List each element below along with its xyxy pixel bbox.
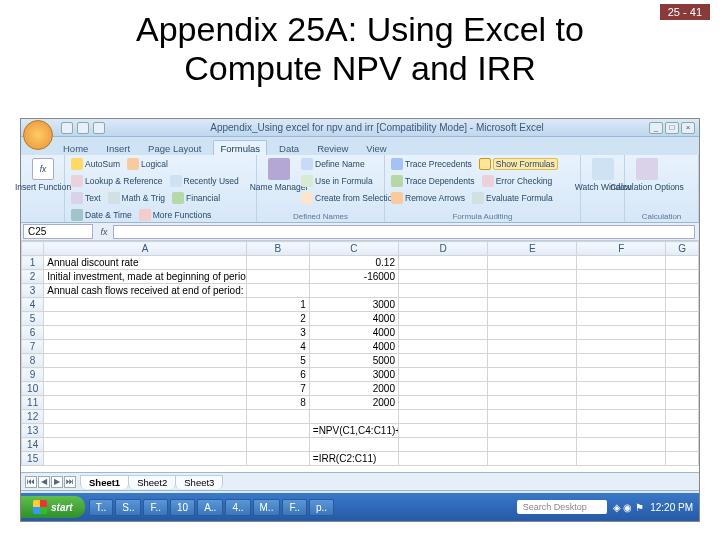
sheet-nav-first[interactable]: ⏮ [25,476,37,488]
cell[interactable] [488,284,577,298]
cell[interactable]: 5 [246,354,309,368]
cell[interactable] [577,382,666,396]
row-header[interactable]: 11 [22,396,44,410]
row-header[interactable]: 7 [22,340,44,354]
cell[interactable] [488,340,577,354]
table-row[interactable]: 855000 [22,354,699,368]
cell[interactable] [577,354,666,368]
tab-insert[interactable]: Insert [100,141,136,155]
show-formulas-button[interactable]: Show Formulas [477,157,560,171]
col-header-b[interactable]: B [246,242,309,256]
fx-icon[interactable]: fx [95,227,113,237]
text-button[interactable]: Text [69,191,103,205]
col-header-c[interactable]: C [309,242,398,256]
cell[interactable]: Annual discount rate [44,256,247,270]
logical-button[interactable]: Logical [125,157,170,171]
lookup-ref-button[interactable]: Lookup & Reference [69,174,165,188]
cell[interactable]: 2000 [309,382,398,396]
office-button[interactable] [23,120,53,150]
table-row[interactable]: 3Annual cash flows received at end of pe… [22,284,699,298]
cell[interactable] [577,340,666,354]
cell[interactable] [577,410,666,424]
cell[interactable] [666,452,699,466]
sheet-nav-prev[interactable]: ◀ [38,476,50,488]
cell[interactable] [577,256,666,270]
row-header[interactable]: 1 [22,256,44,270]
table-row[interactable]: 1072000 [22,382,699,396]
sheet-tab-1[interactable]: Sheet1 [80,475,129,489]
cell[interactable] [488,298,577,312]
insert-function-button[interactable]: fxInsert Function [25,157,61,193]
cell[interactable] [398,396,487,410]
cell[interactable] [666,326,699,340]
cell[interactable] [246,270,309,284]
cell[interactable] [488,368,577,382]
cell[interactable] [398,354,487,368]
cell[interactable]: 4000 [309,312,398,326]
cell[interactable] [577,284,666,298]
cell[interactable] [666,368,699,382]
sheet-tab-2[interactable]: Sheet2 [128,475,176,489]
trace-precedents-button[interactable]: Trace Precedents [389,157,474,171]
math-trig-button[interactable]: Math & Trig [106,191,167,205]
cell[interactable] [309,438,398,452]
cell[interactable]: Annual cash flows received at end of per… [44,284,247,298]
cell[interactable] [488,270,577,284]
table-row[interactable]: 963000 [22,368,699,382]
tab-review[interactable]: Review [311,141,354,155]
cell[interactable] [488,256,577,270]
table-row[interactable]: 634000 [22,326,699,340]
cell[interactable]: 6 [246,368,309,382]
cell[interactable] [577,424,666,438]
cell[interactable] [666,270,699,284]
cell[interactable] [44,368,247,382]
autosum-button[interactable]: AutoSum [69,157,122,171]
cell[interactable] [666,312,699,326]
tab-home[interactable]: Home [57,141,94,155]
cell[interactable] [666,410,699,424]
tab-view[interactable]: View [360,141,392,155]
cell[interactable] [398,368,487,382]
cell[interactable]: 3000 [309,368,398,382]
tab-data[interactable]: Data [273,141,305,155]
cell[interactable] [398,256,487,270]
cell[interactable] [44,438,247,452]
cell[interactable] [246,452,309,466]
cell[interactable] [246,424,309,438]
tab-page-layout[interactable]: Page Layout [142,141,207,155]
row-header[interactable]: 13 [22,424,44,438]
cell[interactable] [666,424,699,438]
cell[interactable] [666,256,699,270]
cell[interactable]: 1 [246,298,309,312]
tray-icons[interactable]: ◈ ◉ ⚑ [613,502,645,513]
cell[interactable]: 4000 [309,340,398,354]
row-header[interactable]: 14 [22,438,44,452]
cell[interactable] [666,340,699,354]
cell[interactable]: 2000 [309,396,398,410]
cell[interactable] [666,298,699,312]
row-header[interactable]: 3 [22,284,44,298]
cell[interactable] [488,452,577,466]
row-header[interactable]: 4 [22,298,44,312]
calculation-options-button[interactable]: Calculation Options [629,157,665,193]
select-all-corner[interactable] [22,242,44,256]
taskbar-item[interactable]: F.. [282,499,307,516]
row-header[interactable]: 12 [22,410,44,424]
cell[interactable] [488,354,577,368]
row-header[interactable]: 15 [22,452,44,466]
taskbar-item[interactable]: 10 [170,499,195,516]
cell[interactable] [398,284,487,298]
row-header[interactable]: 8 [22,354,44,368]
cell[interactable] [398,312,487,326]
start-button[interactable]: start [21,496,85,518]
cell[interactable]: 8 [246,396,309,410]
table-row[interactable]: 1Annual discount rate0.12 [22,256,699,270]
cell[interactable] [577,312,666,326]
cell[interactable] [666,396,699,410]
quick-access-toolbar[interactable] [61,122,105,134]
taskbar-item[interactable]: A.. [197,499,223,516]
name-box[interactable]: C25 [23,224,93,239]
cell[interactable]: 5000 [309,354,398,368]
row-header[interactable]: 9 [22,368,44,382]
sheet-tab-3[interactable]: Sheet3 [175,475,223,489]
